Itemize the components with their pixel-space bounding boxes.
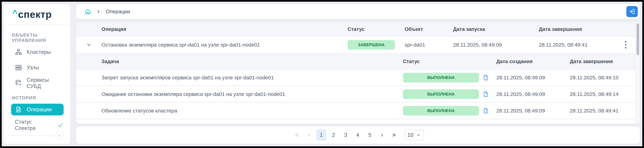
- page-size-select[interactable]: 10: [404, 130, 424, 141]
- sidebar-divider: [7, 135, 67, 136]
- task-created: 28.11.2025, 08:49:09: [496, 91, 570, 97]
- task-row: Ожидание остановки экземпляра сервиса sp…: [76, 86, 635, 103]
- sidebar-item-label: Кластеры: [27, 49, 51, 55]
- operation-started: 28.11.2025, 08:49:09: [453, 42, 539, 48]
- task-created: 28.11.2025, 08:49:09: [496, 108, 570, 114]
- status-badge: ЗАВЕРШЕНА: [348, 40, 395, 50]
- logo-text: спектр: [18, 9, 52, 20]
- task-status-badge: ВЫПОЛНЕНА: [403, 73, 479, 82]
- page-button-3[interactable]: 3: [341, 130, 350, 141]
- chevron-left-icon: [306, 133, 312, 138]
- page-button-1[interactable]: 1: [316, 130, 326, 141]
- prev-page-button[interactable]: [304, 130, 314, 141]
- sidebar-nav: ОБЪЕКТЫ УПРАВЛЕНИЯ Кластеры: [4, 25, 70, 148]
- col-task-finished: Дата завершения: [570, 59, 635, 64]
- sidebar-item-label: Сервисы СУБД: [27, 77, 64, 89]
- document-icon: [15, 106, 22, 113]
- person-icon: [15, 146, 22, 148]
- database-gear-icon: [15, 79, 22, 87]
- home-icon[interactable]: [85, 8, 91, 15]
- task-finished: 28.11.2025, 08:49:41: [570, 108, 635, 114]
- task-status-badge: ВЫПОЛНЕНА: [403, 106, 479, 116]
- operations-header-row: Операция Статус Объект Дата запуска Дата…: [76, 22, 635, 37]
- col-task-created: Дата создания: [496, 59, 570, 64]
- sidebar-item-nodes[interactable]: Узлы: [11, 62, 64, 74]
- task-finished: 28.11.2025, 08:49:10: [570, 75, 635, 80]
- page-button-4[interactable]: 4: [353, 130, 363, 141]
- sidebar-item-clusters[interactable]: Кластеры: [11, 46, 64, 58]
- table-scrollbar[interactable]: [635, 22, 640, 124]
- task-status-badge: ВЫПОЛНЕНА: [403, 89, 479, 99]
- task-created: 28.11.2025, 08:49:09: [496, 75, 570, 80]
- col-task: Задача: [102, 59, 403, 64]
- logo-caret: ^: [12, 8, 18, 18]
- check-icon: [57, 122, 64, 128]
- row-expander[interactable]: [76, 42, 102, 48]
- double-chevron-left-icon: [294, 133, 300, 138]
- sidebar-item-label: Операции: [27, 106, 52, 113]
- breadcrumb-current[interactable]: Операции: [106, 9, 130, 14]
- chevron-down-icon: [416, 133, 421, 138]
- sidebar-section-history: ИСТОРИЯ: [12, 95, 67, 101]
- login-button[interactable]: [626, 6, 638, 17]
- servers-icon: [15, 64, 22, 71]
- breadcrumb-bar: Операции: [76, 4, 640, 19]
- cluster-icon: [15, 49, 22, 56]
- sidebar-item-spectrum-status[interactable]: Статус Спектра: [11, 119, 64, 131]
- sidebar-item-operations[interactable]: Операции: [11, 104, 64, 115]
- page-size-value: 10: [408, 132, 413, 138]
- logo: ^ спектр: [4, 4, 70, 25]
- last-page-button[interactable]: [389, 130, 399, 141]
- sidebar-collapse-button[interactable]: [55, 132, 64, 140]
- col-finished: Дата завершения: [539, 26, 622, 32]
- sidebar-item-label: Настройки: [27, 146, 53, 148]
- sidebar-section-objects: ОБЪЕКТЫ УПРАВЛЕНИЯ: [12, 32, 67, 43]
- operations-table: Операция Статус Объект Дата запуска Дата…: [76, 22, 640, 124]
- col-status: Статус: [348, 26, 405, 32]
- next-page-button[interactable]: [377, 130, 387, 141]
- sidebar: ^ спектр ОБЪЕКТЫ УПРАВЛЕНИЯ Кластеры: [4, 4, 70, 144]
- col-task-status: Статус: [403, 59, 482, 64]
- col-started: Дата запуска: [453, 26, 539, 32]
- chevron-right-icon: [380, 133, 384, 138]
- operation-finished: 28.11.2025, 08:49:41: [539, 42, 622, 48]
- sidebar-item-dbms-services[interactable]: Сервисы СУБД: [11, 77, 64, 89]
- operation-object: spr-da01: [405, 42, 453, 48]
- sidebar-item-label: Узлы: [27, 65, 39, 71]
- task-name: Обновление статусов кластера: [102, 108, 403, 114]
- task-finished: 28.11.2025, 08:49:14: [570, 91, 635, 97]
- double-chevron-right-icon: [392, 133, 397, 138]
- page-button-2[interactable]: 2: [329, 130, 338, 141]
- page-button-5[interactable]: 5: [365, 130, 375, 141]
- task-log-icon[interactable]: [482, 107, 496, 114]
- row-menu-button[interactable]: [622, 41, 630, 49]
- task-row: Обновление статусов кластера ВЫПОЛНЕНА 2…: [76, 103, 635, 119]
- sidebar-item-settings[interactable]: Настройки: [11, 143, 64, 148]
- operation-row: Остановка экземпляра сервиса spr-da01 на…: [76, 37, 635, 53]
- task-row: Запрет запуска экземпляров сервиса spr-d…: [76, 70, 635, 86]
- pagination-bar: 1 2 3 4 5 10: [76, 126, 640, 144]
- tasks-header-row: Задача Статус Дата создания Дата заверше…: [76, 53, 635, 70]
- operation-name: Остановка экземпляра сервиса spr-da01 на…: [102, 42, 348, 48]
- col-operation: Операция: [102, 26, 348, 32]
- task-log-icon[interactable]: [482, 91, 496, 98]
- task-log-icon[interactable]: [482, 74, 496, 81]
- app-window: ^ спектр ОБЪЕКТЫ УПРАВЛЕНИЯ Кластеры: [0, 0, 644, 148]
- task-name: Ожидание остановки экземпляра сервиса sp…: [102, 91, 403, 97]
- scrollbar-thumb[interactable]: [636, 23, 639, 55]
- first-page-button[interactable]: [292, 130, 302, 141]
- col-object: Объект: [405, 26, 453, 32]
- task-name: Запрет запуска экземпляров сервиса spr-d…: [102, 75, 403, 80]
- chevron-down-icon: [86, 42, 92, 48]
- chevron-right-icon: [96, 9, 101, 14]
- sidebar-item-label: Статус Спектра: [15, 119, 48, 131]
